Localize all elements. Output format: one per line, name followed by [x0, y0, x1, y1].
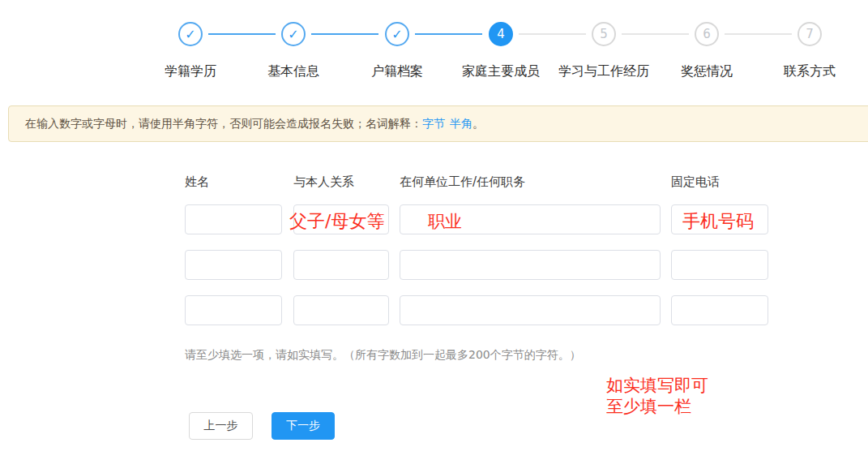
halfwidth-notice-banner: 在输入数字或字母时，请使用半角字符，否则可能会造成报名失败；名词解释：字节半角。	[8, 105, 868, 142]
step-label: 户籍档案	[371, 63, 423, 80]
column-header-workplace: 在何单位工作/任何职务	[400, 174, 525, 190]
step-item-lianxi-fangshi[interactable]: 7 联系方式	[753, 22, 866, 80]
member-1-workplace-input[interactable]	[400, 204, 661, 234]
member-2-relation-input[interactable]	[293, 250, 389, 280]
member-3-workplace-input[interactable]	[400, 295, 661, 325]
step-label: 学习与工作经历	[558, 63, 649, 80]
step-number-badge: 5	[592, 22, 616, 46]
member-3-phone-input[interactable]	[671, 295, 768, 325]
member-2-workplace-input[interactable]	[400, 250, 661, 280]
notice-period: 。	[472, 117, 484, 130]
step-item-huji-dangan[interactable]: ✓ 户籍档案	[340, 22, 454, 80]
step-number-badge: 6	[695, 22, 719, 46]
check-circle-icon: ✓	[281, 22, 306, 46]
fill-at-least-one-annotation: 至少填一栏	[606, 395, 691, 418]
member-1-relation-input[interactable]	[293, 204, 389, 234]
step-label: 家庭主要成员	[462, 63, 540, 80]
byte-definition-link[interactable]: 字节	[422, 117, 445, 130]
column-header-relation: 与本人关系	[293, 174, 354, 190]
check-circle-icon: ✓	[178, 22, 203, 46]
step-number-badge: 4	[489, 22, 513, 46]
column-header-phone: 固定电话	[671, 174, 720, 190]
halfwidth-definition-link[interactable]: 半角	[450, 117, 472, 130]
family-members-step-page: ✓ 学籍学历 ✓ 基本信息 ✓ 户籍档案 4 家庭主要成员 5 学习与工作经历 …	[0, 0, 868, 460]
check-circle-icon: ✓	[385, 22, 409, 46]
step-item-jiangcheng[interactable]: 6 奖惩情况	[650, 22, 763, 80]
member-1-name-input[interactable]	[185, 204, 282, 234]
step-item-xuexi-gongzuo[interactable]: 5 学习与工作经历	[547, 22, 661, 80]
step-label: 奖惩情况	[681, 63, 733, 80]
member-3-relation-input[interactable]	[293, 295, 389, 325]
step-item-xueji-xueli[interactable]: ✓ 学籍学历	[134, 22, 247, 80]
step-label: 学籍学历	[165, 63, 216, 80]
member-3-name-input[interactable]	[185, 295, 282, 325]
fill-truthfully-annotation: 如实填写即可	[606, 374, 708, 397]
member-2-phone-input[interactable]	[671, 250, 768, 280]
member-2-name-input[interactable]	[185, 250, 282, 280]
notice-text: 在输入数字或字母时，请使用半角字符，否则可能会造成报名失败；名词解释：	[25, 117, 422, 130]
column-header-name: 姓名	[185, 174, 209, 190]
previous-step-button[interactable]: 上一步	[189, 412, 253, 440]
step-label: 联系方式	[784, 63, 836, 80]
form-hint-text: 请至少填选一项，请如实填写。（所有字数加到一起最多200个字节的字符。）	[185, 348, 581, 363]
step-label: 基本信息	[267, 63, 319, 80]
next-step-button[interactable]: 下一步	[272, 412, 335, 440]
step-item-jiben-xinxi[interactable]: ✓ 基本信息	[237, 22, 350, 80]
step-number-badge: 7	[797, 22, 822, 46]
member-1-phone-input[interactable]	[671, 204, 768, 234]
step-item-jiating-chengyuan[interactable]: 4 家庭主要成员	[444, 22, 558, 80]
